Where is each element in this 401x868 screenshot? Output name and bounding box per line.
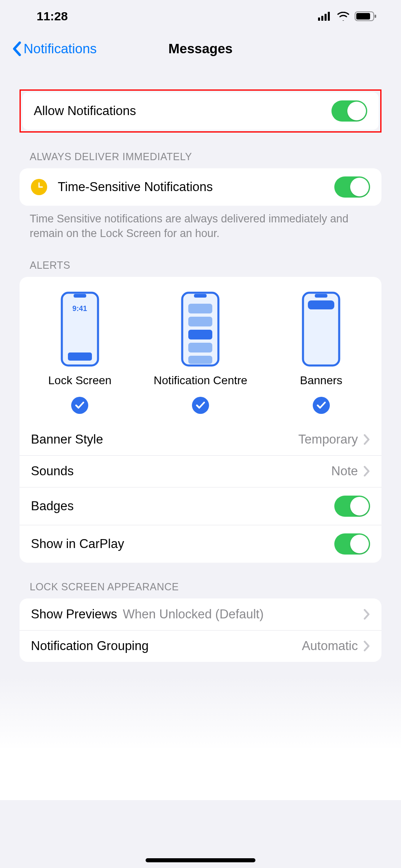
check-circle-icon <box>71 397 88 414</box>
show-previews-label: Show Previews <box>31 607 117 622</box>
sounds-label: Sounds <box>31 464 74 479</box>
notification-grouping-value: Automatic <box>302 639 358 653</box>
allow-notifications-highlight: Allow Notifications <box>20 89 381 133</box>
wifi-icon <box>337 12 350 21</box>
chevron-right-icon <box>364 641 370 651</box>
carplay-label: Show in CarPlay <box>31 537 124 551</box>
show-previews-value: When Unlocked (Default) <box>123 607 358 622</box>
show-previews-row[interactable]: Show Previews When Unlocked (Default) <box>20 598 381 630</box>
banner-style-label: Banner Style <box>31 432 103 447</box>
status-bar: 11:28 <box>0 0 401 33</box>
time-sensitive-group: ALWAYS DELIVER IMMEDIATELY Time-Sensitiv… <box>20 151 381 241</box>
lockscreen-icon: 9:41 <box>61 292 99 367</box>
status-icons <box>318 11 377 21</box>
svg-rect-18 <box>188 356 212 364</box>
alert-option-notificationcentre[interactable]: Notification Centre <box>141 292 260 414</box>
notification-grouping-row[interactable]: Notification Grouping Automatic <box>20 630 381 662</box>
svg-rect-6 <box>375 15 376 18</box>
lockscreen-appearance-header: LOCK SCREEN APPEARANCE <box>20 581 381 598</box>
time-sensitive-footer: Time Sensitive notifications are always … <box>20 206 381 241</box>
home-indicator <box>146 858 255 862</box>
notification-grouping-label: Notification Grouping <box>31 639 149 653</box>
carplay-toggle[interactable] <box>334 533 370 555</box>
svg-rect-5 <box>356 13 370 20</box>
svg-rect-0 <box>318 17 320 21</box>
svg-rect-3 <box>328 12 330 21</box>
badges-toggle[interactable] <box>334 496 370 517</box>
time-sensitive-header: ALWAYS DELIVER IMMEDIATELY <box>20 151 381 168</box>
alert-option-lockscreen[interactable]: 9:41 Lock Screen <box>20 292 139 414</box>
svg-rect-1 <box>321 16 323 21</box>
carplay-row[interactable]: Show in CarPlay <box>20 525 381 563</box>
status-time: 11:28 <box>37 9 68 23</box>
chevron-left-icon <box>12 41 21 56</box>
banner-style-row[interactable]: Banner Style Temporary <box>20 424 381 455</box>
back-label: Notifications <box>24 41 97 57</box>
clock-icon <box>31 179 47 195</box>
allow-notifications-row[interactable]: Allow Notifications <box>22 92 379 130</box>
notificationcentre-icon <box>181 292 220 367</box>
svg-rect-12 <box>182 293 218 365</box>
lockscreen-appearance-group: LOCK SCREEN APPEARANCE Show Previews Whe… <box>20 581 381 662</box>
time-sensitive-toggle[interactable] <box>334 176 370 198</box>
svg-rect-21 <box>308 300 334 309</box>
svg-rect-11 <box>68 352 92 361</box>
svg-rect-15 <box>188 317 212 326</box>
sounds-row[interactable]: Sounds Note <box>20 455 381 487</box>
alert-options: 9:41 Lock Screen <box>20 277 381 424</box>
svg-rect-16 <box>188 330 212 339</box>
chevron-right-icon <box>364 434 370 445</box>
sounds-value: Note <box>331 464 358 479</box>
alerts-group: ALERTS 9:41 Lock Screen <box>20 259 381 563</box>
time-sensitive-row[interactable]: Time-Sensitive Notifications <box>20 168 381 206</box>
svg-rect-13 <box>194 294 207 298</box>
alert-option-label: Banners <box>300 374 342 387</box>
check-circle-icon <box>192 397 209 414</box>
badges-row[interactable]: Badges <box>20 487 381 525</box>
page-title: Messages <box>168 41 233 57</box>
check-circle-icon <box>313 397 330 414</box>
cellular-icon <box>318 12 332 21</box>
alert-option-banners[interactable]: Banners <box>262 292 381 414</box>
alert-option-label: Notification Centre <box>154 374 247 387</box>
navigation-bar: Notifications Messages <box>0 33 401 65</box>
svg-rect-20 <box>315 294 327 298</box>
svg-rect-2 <box>325 14 327 21</box>
alert-option-label: Lock Screen <box>48 374 112 387</box>
chevron-right-icon <box>364 466 370 476</box>
svg-rect-14 <box>188 304 212 313</box>
badges-label: Badges <box>31 499 74 513</box>
banners-icon <box>302 292 340 367</box>
svg-rect-9 <box>74 294 86 298</box>
bottom-fade <box>0 678 401 800</box>
allow-notifications-label: Allow Notifications <box>34 104 136 118</box>
banner-style-value: Temporary <box>299 432 358 447</box>
svg-text:9:41: 9:41 <box>72 305 87 313</box>
chevron-right-icon <box>364 609 370 620</box>
time-sensitive-label: Time-Sensitive Notifications <box>58 180 213 194</box>
allow-notifications-card: Allow Notifications <box>22 92 379 130</box>
allow-notifications-toggle[interactable] <box>331 100 367 122</box>
alerts-header: ALERTS <box>20 259 381 277</box>
battery-icon <box>355 11 377 21</box>
back-button[interactable]: Notifications <box>12 41 97 57</box>
svg-rect-17 <box>188 343 212 352</box>
